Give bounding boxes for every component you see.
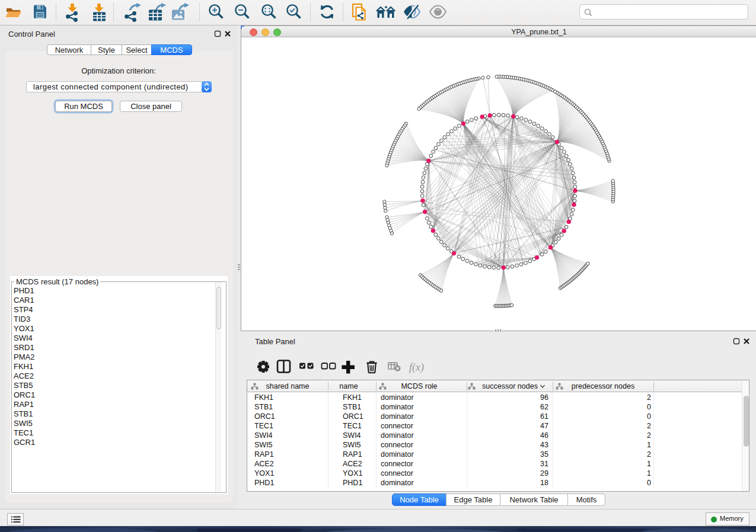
svg-text:f(x): f(x) — [409, 361, 424, 374]
